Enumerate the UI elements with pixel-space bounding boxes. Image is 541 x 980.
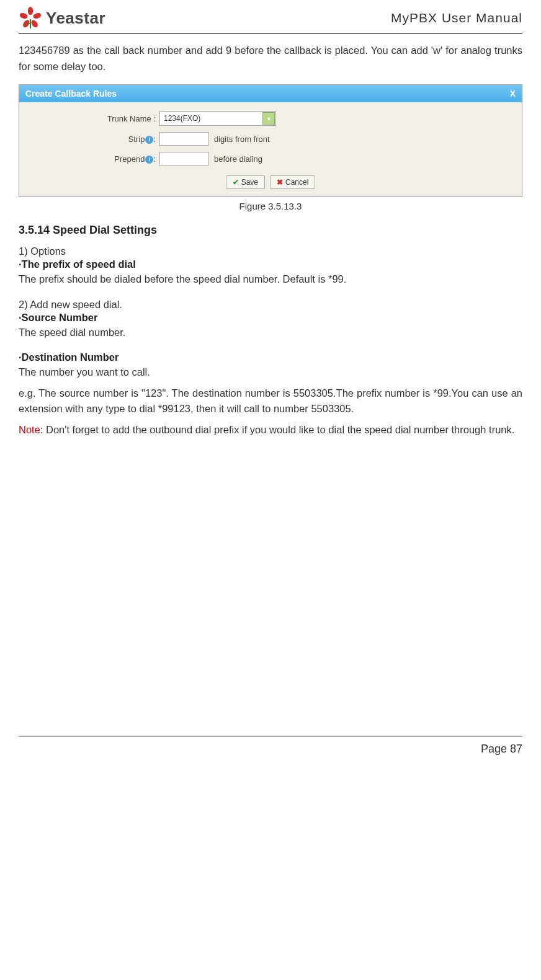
svg-point-2 — [30, 19, 39, 29]
info-icon[interactable]: i — [145, 156, 153, 164]
trunk-name-select[interactable]: 1234(FXO) ▾ — [159, 111, 276, 126]
brand-text: Yeastar — [46, 9, 105, 28]
dialog-body: Trunk Name : 1234(FXO) ▾ Stripi: digits … — [19, 102, 522, 196]
row-prepend: Prependi: before dialing — [25, 152, 516, 166]
options-title: 1) Options — [19, 245, 522, 257]
close-icon[interactable]: X — [510, 89, 516, 99]
page-header: Yeastar MyPBX User Manual — [19, 6, 522, 34]
figure-create-callback-rules: Create Callback Rules X Trunk Name : 123… — [19, 84, 522, 197]
add-title: 2) Add new speed dial. — [19, 299, 522, 311]
note-paragraph: Note: Don't forget to add the outbound d… — [19, 422, 522, 438]
example-text: e.g. The source number is "123". The des… — [19, 386, 522, 417]
dest-heading: ·Destination Number — [19, 351, 522, 363]
dialog-button-row: ✔ Save ✖ Cancel — [25, 172, 516, 190]
figure-caption: Figure 3.5.13.3 — [19, 201, 522, 211]
prefix-heading: ·The prefix of speed dial — [19, 258, 522, 270]
page-number: Page 87 — [481, 743, 522, 755]
strip-after-text: digits from front — [214, 135, 270, 144]
save-button[interactable]: ✔ Save — [226, 175, 265, 189]
trunk-name-label: Trunk Name : — [25, 114, 159, 123]
chevron-down-icon: ▾ — [262, 112, 275, 125]
doc-title: MyPBX User Manual — [391, 11, 522, 25]
cancel-button[interactable]: ✖ Cancel — [270, 175, 315, 189]
prepend-input[interactable] — [159, 152, 209, 166]
page-footer: Page 87 — [19, 736, 522, 756]
trunk-name-value: 1234(FXO) — [164, 114, 200, 123]
prepend-label: Prependi: — [25, 154, 159, 164]
strip-input[interactable] — [159, 132, 209, 146]
flower-icon — [19, 6, 42, 30]
source-heading: ·Source Number — [19, 312, 522, 324]
source-text: The speed dial number. — [19, 325, 522, 341]
svg-point-1 — [32, 12, 42, 19]
svg-point-0 — [28, 7, 34, 15]
close-icon: ✖ — [277, 178, 283, 187]
note-text: : Don't forget to add the outbound dial … — [40, 424, 514, 435]
dialog-titlebar: Create Callback Rules X — [19, 85, 522, 102]
row-strip: Stripi: digits from front — [25, 132, 516, 146]
svg-point-4 — [19, 12, 29, 19]
prepend-after-text: before dialing — [214, 154, 262, 164]
prefix-text: The prefix should be dialed before the s… — [19, 271, 522, 288]
dest-text: The number you want to call. — [19, 364, 522, 381]
intro-paragraph: 123456789 as the call back number and ad… — [19, 43, 522, 74]
row-trunk-name: Trunk Name : 1234(FXO) ▾ — [25, 111, 516, 126]
note-label: Note — [19, 424, 40, 435]
strip-label: Stripi: — [25, 135, 159, 144]
brand-logo: Yeastar — [19, 6, 105, 30]
check-icon: ✔ — [233, 178, 239, 187]
section-heading: 3.5.14 Speed Dial Settings — [19, 224, 522, 237]
info-icon[interactable]: i — [145, 136, 153, 144]
dialog-title: Create Callback Rules — [25, 89, 117, 99]
